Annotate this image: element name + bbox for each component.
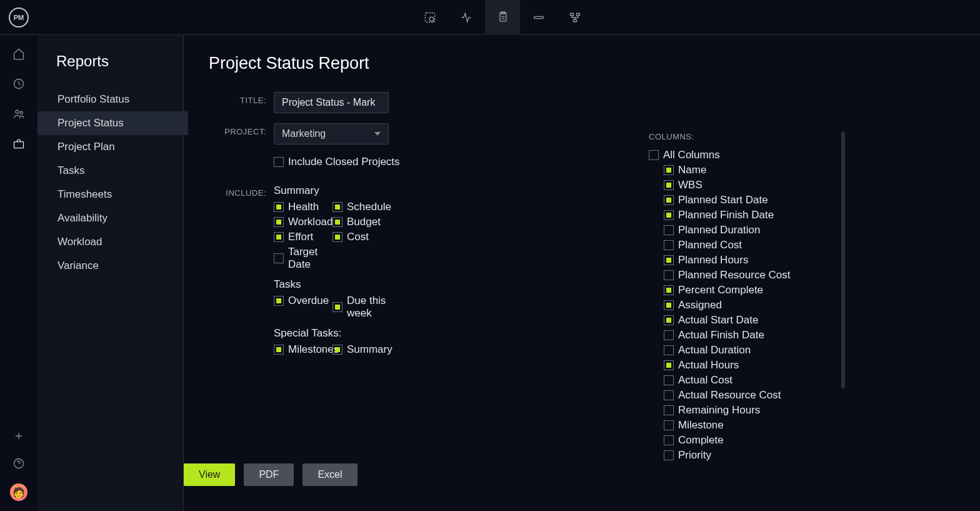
- include-group-title: Summary: [274, 185, 391, 197]
- column-label: Remaining Hours: [678, 404, 760, 417]
- recent-icon[interactable]: [11, 76, 26, 91]
- view-button[interactable]: View: [184, 463, 235, 486]
- checkbox-effort[interactable]: [274, 232, 284, 242]
- excel-button[interactable]: Excel: [302, 463, 357, 486]
- column-label: Assigned: [678, 299, 722, 311]
- checkbox-label: Target Date: [288, 246, 332, 271]
- column-checkbox-remaining-hours[interactable]: [664, 405, 674, 415]
- overview-tab-icon[interactable]: [412, 0, 448, 35]
- svg-rect-5: [571, 13, 574, 15]
- column-label: Name: [678, 164, 706, 176]
- sidebar-item-variance[interactable]: Variance: [56, 254, 183, 278]
- sidebar-item-workload[interactable]: Workload: [56, 230, 183, 254]
- column-checkbox-complete[interactable]: [664, 435, 674, 445]
- column-label: WBS: [678, 179, 702, 191]
- column-checkbox-actual-duration[interactable]: [664, 345, 674, 355]
- include-closed-label: Include Closed Projects: [288, 156, 400, 168]
- link-tab-icon[interactable]: [521, 0, 556, 35]
- checkbox-label: Summary: [347, 343, 392, 356]
- column-checkbox-assigned[interactable]: [664, 300, 674, 310]
- checkbox-milestones[interactable]: [274, 345, 284, 355]
- column-checkbox-actual-finish-date[interactable]: [664, 330, 674, 340]
- left-rail: 🧑: [0, 35, 38, 511]
- svg-rect-6: [577, 13, 580, 15]
- svg-point-10: [20, 111, 22, 114]
- column-checkbox-planned-hours[interactable]: [664, 255, 674, 265]
- checkbox-schedule[interactable]: [332, 202, 342, 212]
- checkbox-label: Due this week: [347, 295, 391, 320]
- include-group-title: Special Tasks:: [274, 327, 391, 340]
- column-checkbox-planned-resource-cost[interactable]: [664, 270, 674, 280]
- scrollbar-thumb[interactable]: [841, 132, 845, 388]
- checkbox-health[interactable]: [274, 202, 284, 212]
- briefcase-icon[interactable]: [11, 136, 26, 151]
- checkbox-summary[interactable]: [332, 345, 342, 355]
- column-checkbox-milestone[interactable]: [664, 420, 674, 430]
- column-label: Actual Finish Date: [678, 329, 764, 342]
- column-checkbox-actual-cost[interactable]: [664, 375, 674, 385]
- add-icon[interactable]: [11, 428, 26, 443]
- column-label: Planned Finish Date: [678, 209, 774, 221]
- reports-tab-icon[interactable]: [485, 0, 520, 35]
- reports-sidebar: Reports Portfolio StatusProject StatusPr…: [38, 35, 184, 511]
- svg-rect-4: [534, 16, 544, 18]
- home-icon[interactable]: [11, 46, 26, 61]
- pdf-button[interactable]: PDF: [244, 463, 294, 486]
- column-checkbox-planned-duration[interactable]: [664, 225, 674, 235]
- project-dropdown[interactable]: Marketing: [274, 123, 389, 144]
- sidebar-item-project-status[interactable]: Project Status: [38, 111, 188, 135]
- column-checkbox-name[interactable]: [664, 165, 674, 175]
- svg-point-9: [16, 110, 19, 113]
- logo-box: PM: [0, 0, 38, 35]
- title-input[interactable]: [274, 92, 389, 113]
- column-label: Actual Start Date: [678, 314, 759, 326]
- sidebar-item-portfolio-status[interactable]: Portfolio Status: [56, 88, 183, 111]
- column-label: Planned Start Date: [678, 194, 768, 206]
- team-icon[interactable]: [11, 106, 26, 121]
- workflow-tab-icon[interactable]: [558, 0, 592, 35]
- avatar[interactable]: 🧑: [10, 483, 28, 501]
- column-checkbox-percent-complete[interactable]: [664, 285, 674, 295]
- column-checkbox-actual-hours[interactable]: [664, 360, 674, 370]
- checkbox-label: Schedule: [347, 201, 391, 213]
- sidebar-item-tasks[interactable]: Tasks: [56, 159, 183, 183]
- sidebar-item-timesheets[interactable]: Timesheets: [56, 183, 183, 206]
- column-label: Actual Resource Cost: [678, 389, 781, 402]
- include-closed-checkbox[interactable]: [274, 157, 284, 167]
- checkbox-target-date[interactable]: [274, 253, 284, 263]
- sidebar-item-availability[interactable]: Availability: [56, 206, 183, 230]
- column-label: Percent Complete: [678, 284, 763, 296]
- main-panel: Project Status Report TITLE: PROJECT: Ma…: [184, 35, 980, 511]
- column-checkbox-wbs[interactable]: [664, 180, 674, 190]
- sidebar-item-project-plan[interactable]: Project Plan: [56, 135, 183, 159]
- checkbox-due-this-week[interactable]: [332, 302, 342, 312]
- app-logo[interactable]: PM: [9, 8, 29, 28]
- all-columns-checkbox[interactable]: [649, 150, 659, 160]
- checkbox-label: Milestones: [288, 343, 339, 356]
- help-icon[interactable]: [11, 456, 26, 471]
- checkbox-workload[interactable]: [274, 217, 284, 227]
- project-label: PROJECT:: [209, 123, 266, 136]
- checkbox-label: Health: [288, 201, 319, 213]
- column-label: Actual Cost: [678, 374, 732, 387]
- columns-heading: COLUMNS:: [649, 132, 844, 141]
- reports-heading: Reports: [56, 53, 183, 70]
- activity-tab-icon[interactable]: [449, 0, 484, 35]
- column-checkbox-planned-finish-date[interactable]: [664, 210, 674, 220]
- checkbox-overdue[interactable]: [274, 296, 284, 306]
- column-checkbox-planned-cost[interactable]: [664, 240, 674, 250]
- column-checkbox-priority[interactable]: [664, 450, 674, 460]
- columns-panel: COLUMNS: All Columns NameWBSPlanned Star…: [649, 132, 844, 463]
- checkbox-label: Effort: [288, 231, 313, 243]
- column-checkbox-planned-start-date[interactable]: [664, 195, 674, 205]
- checkbox-cost[interactable]: [332, 232, 342, 242]
- column-label: Planned Duration: [678, 224, 760, 236]
- column-label: Planned Resource Cost: [678, 269, 791, 281]
- column-label: Milestone: [678, 419, 724, 432]
- top-bar: PM: [0, 0, 980, 35]
- checkbox-budget[interactable]: [332, 217, 342, 227]
- scrollbar[interactable]: [841, 132, 845, 470]
- view-tabs: [412, 0, 592, 35]
- column-checkbox-actual-start-date[interactable]: [664, 315, 674, 325]
- column-checkbox-actual-resource-cost[interactable]: [664, 390, 674, 400]
